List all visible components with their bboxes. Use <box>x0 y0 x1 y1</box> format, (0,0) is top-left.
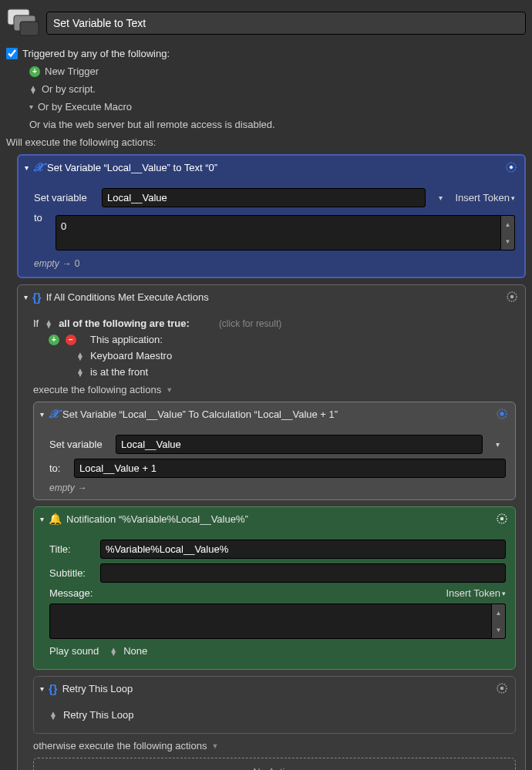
click-for-result[interactable]: (click for result) <box>219 318 281 329</box>
disclosure-icon[interactable]: ▾ <box>25 163 29 172</box>
or-by-script: Or by script. <box>42 83 96 95</box>
is-at-front[interactable]: is at the front <box>90 366 148 378</box>
to-label: to <box>34 212 49 224</box>
execute-actions-label: execute the following actions <box>33 384 161 395</box>
variable-dropdown-icon[interactable]: ▾ <box>489 436 506 453</box>
notif-subtitle-input[interactable] <box>100 563 506 583</box>
stepper-icon[interactable]: ▲▼ <box>49 711 57 719</box>
gear-icon[interactable] <box>495 407 509 421</box>
all-following-label: all of the following are true: <box>59 318 190 329</box>
svg-point-6 <box>510 295 514 299</box>
this-application-label: This application: <box>90 334 163 345</box>
action-title: Set Variable “Local__Value” To Calculati… <box>62 409 338 420</box>
disclosure-icon[interactable]: ▾ <box>40 410 44 419</box>
add-trigger-icon[interactable]: + <box>29 66 40 77</box>
stepper-icon[interactable]: ▲▼ <box>76 352 84 360</box>
action-set-variable-text[interactable]: ▾ 𝒳 Set Variable “Local__Value” to Text … <box>17 154 526 278</box>
notif-title-input[interactable] <box>100 540 506 559</box>
no-action-placeholder[interactable]: No Action <box>33 758 516 770</box>
action-title: Retry This Loop <box>62 683 133 694</box>
web-server-note: Or via the web server but all remote acc… <box>29 119 275 130</box>
to-label: to: <box>49 462 68 474</box>
to-value-input[interactable] <box>74 459 506 478</box>
stepper-icon[interactable]: ▲▼ <box>76 368 84 376</box>
subtitle-label: Subtitle: <box>49 567 94 579</box>
result-preview: empty→0 <box>34 258 515 269</box>
notification-icon: 🔔 <box>49 513 62 525</box>
to-value-textarea[interactable]: 0 <box>56 215 501 251</box>
macro-header <box>6 6 526 40</box>
svg-point-4 <box>510 166 513 170</box>
gear-icon[interactable] <box>505 290 519 304</box>
triangle-icon[interactable]: ▼ <box>211 742 218 750</box>
message-label: Message: <box>49 587 94 599</box>
triggered-label: Triggered by any of the following: <box>22 48 170 59</box>
insert-token-button[interactable]: Insert Token▾ <box>446 587 506 599</box>
trigger-section: Triggered by any of the following: + New… <box>6 48 526 130</box>
disclosure-icon[interactable]: ▾ <box>40 684 44 693</box>
stepper-icon[interactable]: ▲▼ <box>109 647 117 655</box>
action-set-variable-calc[interactable]: ▾ 𝒳 Set Variable “Local__Value” To Calcu… <box>33 402 516 500</box>
retry-body[interactable]: Retry This Loop <box>63 709 134 721</box>
svg-rect-2 <box>20 22 39 35</box>
variable-dropdown-icon[interactable]: ▾ <box>432 190 449 207</box>
notif-message-textarea[interactable] <box>49 604 492 639</box>
variable-name-input[interactable] <box>116 435 483 454</box>
disclosure-icon[interactable]: ▾ <box>40 515 44 523</box>
triangle-icon[interactable]: ▼ <box>166 386 173 394</box>
otherwise-label: otherwise execute the following actions <box>33 740 207 752</box>
action-retry-loop[interactable]: ▾ {} Retry This Loop ▲▼ Retry This Loop <box>33 676 516 734</box>
action-title: If All Conditions Met Execute Actions <box>46 291 209 303</box>
insert-token-button[interactable]: Insert Token▾ <box>455 192 515 203</box>
gear-icon[interactable] <box>495 512 509 526</box>
stepper-icon[interactable]: ▲▼ <box>29 86 37 93</box>
play-sound-value[interactable]: None <box>123 645 147 657</box>
chevron-down-icon[interactable]: ▾ <box>29 103 33 111</box>
textarea-stepper[interactable]: ▲▼ <box>501 215 515 251</box>
action-if-conditions[interactable]: ▾ {} If All Conditions Met Execute Actio… <box>17 284 526 770</box>
variable-icon: 𝒳 <box>33 161 42 174</box>
macro-title-input[interactable] <box>46 12 526 35</box>
braces-icon: {} <box>49 682 58 695</box>
svg-point-12 <box>500 687 504 691</box>
gear-icon[interactable] <box>504 160 518 174</box>
svg-point-8 <box>500 412 504 416</box>
result-preview: empty→ <box>49 483 506 493</box>
disclosure-icon[interactable]: ▾ <box>24 293 28 301</box>
remove-condition-icon[interactable]: − <box>66 335 76 345</box>
action-title: Set Variable “Local__Value” to Text “0” <box>47 162 217 173</box>
gear-icon[interactable] <box>495 681 509 695</box>
app-name[interactable]: Keyboard Maestro <box>90 350 172 361</box>
new-trigger-label[interactable]: New Trigger <box>45 66 99 77</box>
svg-point-10 <box>500 517 504 521</box>
action-title: Notification “%Variable%Local__Value%” <box>66 513 248 525</box>
variable-icon: 𝒳 <box>49 408 58 421</box>
play-sound-label: Play sound <box>49 645 99 657</box>
add-condition-icon[interactable]: + <box>49 335 59 345</box>
braces-icon: {} <box>32 291 42 304</box>
title-label: Title: <box>49 543 94 555</box>
stepper-icon[interactable]: ▲▼ <box>45 320 52 328</box>
set-variable-label: Set variable <box>34 192 96 203</box>
variable-name-input[interactable] <box>102 188 426 207</box>
set-variable-label: Set variable <box>49 439 109 450</box>
textarea-stepper[interactable]: ▲▼ <box>492 604 506 639</box>
if-label: If <box>33 318 39 329</box>
macro-icon <box>6 6 40 40</box>
triggered-checkbox[interactable] <box>6 48 18 59</box>
or-by-execute-macro: Or by Execute Macro <box>38 101 132 113</box>
actions-label: Will execute the following actions: <box>6 136 526 148</box>
action-notification[interactable]: ▾ 🔔 Notification “%Variable%Local__Value… <box>33 506 516 670</box>
